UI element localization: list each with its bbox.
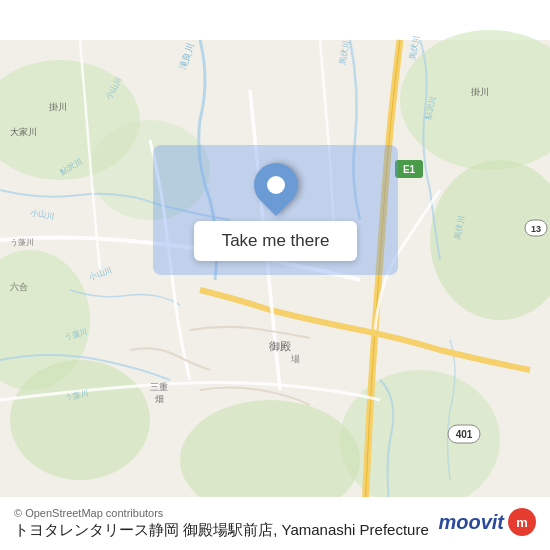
- moovit-brand-text: moovit: [438, 511, 504, 534]
- pin-icon: [244, 154, 306, 216]
- svg-text:掛川: 掛川: [471, 87, 489, 97]
- svg-text:E1: E1: [403, 164, 416, 175]
- take-me-there-button[interactable]: Take me there: [194, 221, 358, 261]
- svg-point-5: [10, 360, 150, 480]
- svg-text:13: 13: [531, 224, 541, 234]
- svg-text:掛川: 掛川: [49, 102, 67, 112]
- pin-inner-circle: [267, 176, 285, 194]
- bottom-bar: © OpenStreetMap contributors トヨタレンタリース静岡…: [0, 497, 550, 550]
- svg-text:う藻川: う藻川: [10, 238, 34, 247]
- map-container: E1 401 13 滝良川 馬伏川 馬伏川 鮎沢川 小山川 小山川 う藻川 う藻…: [0, 0, 550, 550]
- location-pin: [254, 163, 298, 207]
- map-svg: E1 401 13 滝良川 馬伏川 馬伏川 鮎沢川 小山川 小山川 う藻川 う藻…: [0, 0, 550, 550]
- location-title: トヨタレンタリース静岡 御殿場駅前店, Yamanashi Prefecture: [14, 521, 429, 540]
- location-card: Take me there: [153, 145, 398, 275]
- svg-text:m: m: [516, 515, 528, 530]
- svg-text:大家川: 大家川: [10, 127, 37, 137]
- svg-text:三重: 三重: [150, 382, 168, 392]
- moovit-icon: m: [508, 508, 536, 536]
- moovit-logo: moovit m: [438, 508, 536, 536]
- svg-text:御殿: 御殿: [269, 340, 291, 352]
- svg-text:六合: 六合: [10, 282, 28, 292]
- svg-text:畑: 畑: [155, 394, 164, 404]
- svg-text:場: 場: [290, 354, 300, 364]
- svg-text:401: 401: [456, 429, 473, 440]
